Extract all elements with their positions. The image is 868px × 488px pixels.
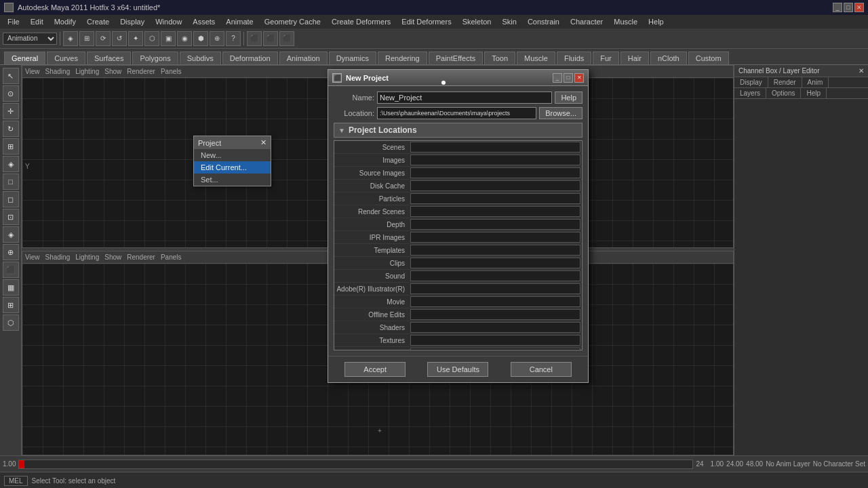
toolbar-btn-7[interactable]: ▣ — [161, 31, 176, 46]
menu-geometry-cache[interactable]: Geometry Cache — [260, 17, 326, 26]
toolbar-btn-1[interactable]: ◈ — [63, 31, 78, 46]
tool-14[interactable]: ▦ — [3, 279, 19, 296]
dialog-maximize[interactable]: □ — [564, 73, 573, 83]
menu-edit[interactable]: Edit — [26, 17, 48, 26]
location-sound-input[interactable] — [410, 270, 580, 281]
cancel-button[interactable]: Cancel — [511, 362, 572, 377]
location-clips-input[interactable] — [410, 258, 580, 268]
menu-file[interactable]: File — [3, 17, 24, 26]
location-render-scenes-input[interactable] — [410, 206, 580, 217]
menu-constrain[interactable]: Constrain — [523, 17, 564, 26]
tab-muscle[interactable]: Muscle — [517, 52, 555, 64]
toolbar-btn-13[interactable]: ⬛ — [263, 31, 278, 46]
mode-selector[interactable]: Animation — [3, 33, 57, 45]
location-depth-input[interactable] — [410, 219, 580, 230]
project-locations-header[interactable]: ▼ Project Locations — [334, 123, 583, 138]
project-new[interactable]: New... — [194, 149, 271, 161]
sidebar-subtab-layers[interactable]: Layers — [734, 88, 766, 98]
location-images-input[interactable] — [410, 155, 580, 165]
dialog-close[interactable]: ✕ — [574, 73, 584, 83]
use-defaults-button[interactable]: Use Defaults — [427, 362, 488, 377]
location-textures-input[interactable] — [410, 335, 580, 346]
toolbar-btn-6[interactable]: ⬡ — [144, 31, 159, 46]
location-offline-edits-input[interactable] — [410, 309, 580, 320]
toolbar-btn-9[interactable]: ⬢ — [193, 31, 208, 46]
toolbar-btn-5[interactable]: ✦ — [128, 31, 143, 46]
close-btn[interactable]: ✕ — [854, 3, 864, 12]
menu-window[interactable]: Window — [151, 17, 186, 26]
accept-button[interactable]: Accept — [344, 362, 406, 377]
menu-assets[interactable]: Assets — [188, 17, 220, 26]
name-input[interactable] — [377, 92, 552, 104]
tool-10[interactable]: ⊡ — [3, 209, 19, 225]
sidebar-tab-render[interactable]: Render — [768, 77, 802, 87]
tab-polygons[interactable]: Polygons — [132, 52, 178, 64]
menu-display[interactable]: Display — [115, 17, 149, 26]
tab-deformation[interactable]: Deformation — [222, 52, 278, 64]
shading-menu-b[interactable]: Shading — [45, 253, 71, 261]
lighting-menu-b[interactable]: Lighting — [75, 253, 99, 261]
menu-modify[interactable]: Modify — [50, 17, 81, 26]
lasso-tool[interactable]: ⊙ — [3, 85, 19, 102]
view-menu[interactable]: View — [25, 68, 40, 75]
renderer-menu-b[interactable]: Renderer — [127, 253, 155, 261]
tool-16[interactable]: ⬡ — [3, 314, 19, 331]
move-tool[interactable]: ✛ — [3, 103, 19, 119]
show-menu[interactable]: Show — [104, 68, 121, 75]
toolbar-btn-14[interactable]: ⬛ — [279, 31, 294, 46]
tab-general[interactable]: General — [4, 52, 45, 64]
menu-help[interactable]: Help — [644, 17, 669, 26]
toolbar-btn-12[interactable]: ⬛ — [247, 31, 262, 46]
browse-button[interactable]: Browse... — [539, 107, 583, 119]
tab-surfaces[interactable]: Surfaces — [87, 52, 131, 64]
sidebar-tab-display[interactable]: Display — [734, 77, 768, 87]
location-illustrator-input[interactable] — [410, 283, 580, 294]
tab-rendering[interactable]: Rendering — [378, 52, 427, 64]
panels-menu[interactable]: Panels — [161, 68, 182, 75]
location-disk-cache-input[interactable] — [410, 180, 580, 191]
toolbar-btn-3[interactable]: ⟳ — [96, 31, 111, 46]
dialog-minimize[interactable]: _ — [553, 73, 562, 83]
scale-tool[interactable]: ⊞ — [3, 138, 19, 155]
minimize-btn[interactable]: _ — [833, 3, 842, 12]
menu-skeleton[interactable]: Skeleton — [458, 17, 496, 26]
command-mode[interactable]: MEL — [4, 476, 28, 486]
project-set[interactable]: Set... — [194, 174, 271, 186]
toolbar-btn-2[interactable]: ⊞ — [79, 31, 94, 46]
tab-toon[interactable]: Toon — [484, 52, 515, 64]
tool-9[interactable]: ◻ — [3, 191, 19, 207]
menu-create[interactable]: Create — [82, 17, 114, 26]
tab-animation[interactable]: Animation — [279, 52, 328, 64]
menu-muscle[interactable]: Muscle — [609, 17, 642, 26]
location-scenes-input[interactable] — [410, 142, 580, 152]
right-sidebar-close[interactable]: ✕ — [859, 67, 864, 75]
sidebar-tab-anim[interactable]: Anim — [802, 77, 829, 87]
shading-menu[interactable]: Shading — [45, 68, 71, 75]
menu-animate[interactable]: Animate — [221, 17, 258, 26]
toolbar-btn-10[interactable]: ⊕ — [210, 31, 224, 46]
help-button[interactable]: Help — [555, 92, 583, 104]
lighting-menu[interactable]: Lighting — [75, 68, 99, 75]
timeline-track[interactable] — [18, 460, 693, 469]
tab-fur[interactable]: Fur — [593, 52, 619, 64]
project-edit-current[interactable]: Edit Current... — [194, 161, 271, 174]
tab-fluids[interactable]: Fluids — [557, 52, 591, 64]
location-shaders-input[interactable] — [410, 322, 580, 333]
project-popup-close[interactable]: ✕ — [260, 138, 267, 147]
rotate-tool[interactable]: ↻ — [3, 121, 19, 137]
tab-hair[interactable]: Hair — [620, 52, 649, 64]
menu-character[interactable]: Character — [566, 17, 608, 26]
tool-15[interactable]: ⊞ — [3, 297, 19, 313]
view-menu-b[interactable]: View — [25, 253, 40, 261]
location-source-images-input[interactable] — [410, 167, 580, 178]
tool-8[interactable]: □ — [3, 174, 19, 190]
sidebar-subtab-help[interactable]: Help — [801, 88, 827, 98]
toolbar-btn-4[interactable]: ↺ — [112, 31, 127, 46]
location-templates-input[interactable] — [410, 245, 580, 256]
location-ipr-images-input[interactable] — [410, 232, 580, 243]
sidebar-subtab-options[interactable]: Options — [766, 88, 801, 98]
location-movie-input[interactable] — [410, 296, 580, 307]
menu-edit-deformers[interactable]: Edit Deformers — [397, 17, 456, 26]
select-tool[interactable]: ↖ — [3, 68, 19, 84]
tab-custom[interactable]: Custom — [688, 52, 729, 64]
